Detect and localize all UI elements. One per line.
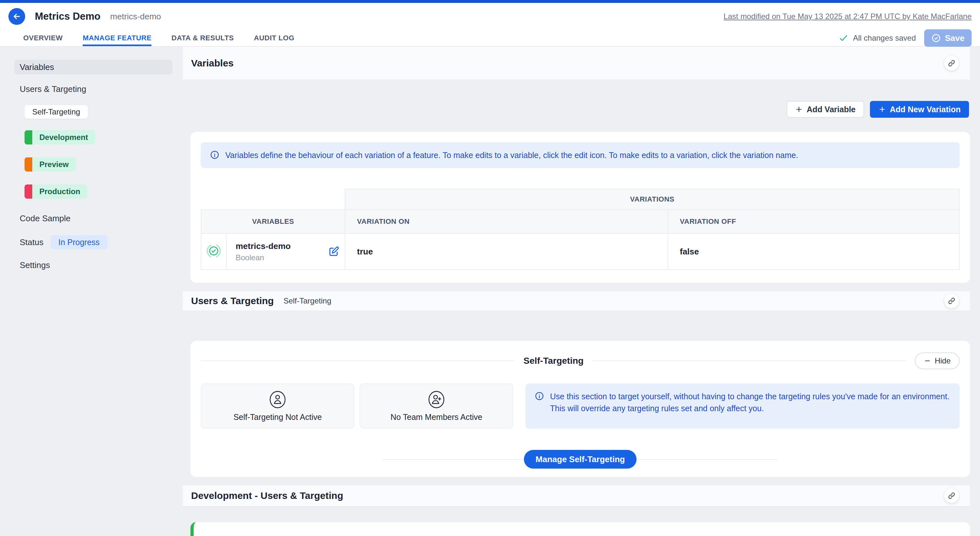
users-targeting-section-header: Users & Targeting Self-Targeting bbox=[183, 291, 970, 311]
page-title: Metrics Demo bbox=[35, 11, 100, 22]
sidebar-item-env-development[interactable]: Development bbox=[24, 130, 95, 144]
top-accent-bar bbox=[0, 0, 980, 3]
development-color-swatch bbox=[24, 130, 32, 144]
minus-icon bbox=[924, 357, 931, 365]
tab-audit-log[interactable]: AUDIT LOG bbox=[254, 30, 295, 46]
preview-color-swatch bbox=[24, 157, 32, 171]
production-label: Production bbox=[32, 184, 88, 199]
save-button-label: Save bbox=[945, 33, 964, 43]
users-targeting-permalink-button[interactable] bbox=[944, 293, 959, 308]
team-members-status-card: No Team Members Active bbox=[360, 384, 513, 428]
check-icon bbox=[838, 33, 848, 43]
variable-name[interactable]: metrics-demo bbox=[235, 241, 291, 251]
users-targeting-title: Users & Targeting bbox=[191, 295, 274, 306]
info-icon bbox=[535, 390, 544, 401]
save-button[interactable]: Save bbox=[924, 29, 972, 47]
hide-self-targeting-button[interactable]: Hide bbox=[915, 352, 960, 369]
sidebar-item-status[interactable]: Status bbox=[20, 237, 44, 247]
variation-on-value: true bbox=[345, 233, 668, 270]
sidebar-item-code-sample[interactable]: Code Sample bbox=[20, 214, 183, 224]
info-icon bbox=[210, 149, 220, 160]
edit-pencil-icon bbox=[328, 246, 340, 257]
back-arrow-icon bbox=[12, 12, 21, 21]
self-targeting-status-label: Self-Targeting Not Active bbox=[233, 412, 322, 422]
team-members-status-label: No Team Members Active bbox=[391, 412, 482, 422]
development-label: Development bbox=[32, 130, 95, 144]
sidebar-item-settings[interactable]: Settings bbox=[20, 260, 183, 270]
link-icon bbox=[948, 492, 956, 500]
variables-card: Variables define the behaviour of each v… bbox=[191, 132, 970, 283]
variables-info-text: Variables define the behaviour of each v… bbox=[225, 149, 798, 161]
column-header-variables: VARIABLES bbox=[201, 209, 345, 233]
add-new-variation-button[interactable]: Add New Variation bbox=[870, 101, 969, 118]
plus-icon bbox=[795, 105, 803, 113]
sidebar-item-users-targeting[interactable]: Users & Targeting bbox=[20, 84, 183, 94]
self-targeting-card-title: Self-Targeting bbox=[514, 356, 593, 366]
circle-check-icon bbox=[931, 33, 941, 43]
divider bbox=[201, 360, 514, 361]
variables-permalink-button[interactable] bbox=[944, 56, 959, 71]
variables-section-title: Variables bbox=[191, 58, 234, 69]
person-plus-icon bbox=[428, 390, 445, 409]
divider bbox=[593, 360, 907, 361]
tab-data-results[interactable]: DATA & RESULTS bbox=[172, 30, 234, 46]
status-badge[interactable]: In Progress bbox=[51, 235, 108, 249]
app-header: Metrics Demo metrics-demo Last modified … bbox=[0, 3, 980, 30]
development-permalink-button[interactable] bbox=[944, 488, 959, 503]
table-row: metrics-demo Boolean true false bbox=[201, 233, 959, 270]
development-section-title: Development - Users & Targeting bbox=[191, 490, 343, 501]
variables-table: VARIATIONS VARIABLES VARIATION ON VARIAT… bbox=[201, 189, 960, 270]
save-status: All changes saved bbox=[838, 33, 916, 43]
variable-active-icon bbox=[206, 244, 221, 258]
column-header-variation-on: VARIATION ON bbox=[345, 209, 668, 233]
variable-type: Boolean bbox=[235, 253, 291, 262]
section-sidebar: Variables Users & Targeting Self-Targeti… bbox=[0, 47, 183, 536]
self-targeting-info-text: Use this section to target yourself, wit… bbox=[550, 390, 951, 414]
users-targeting-subtitle: Self-Targeting bbox=[283, 297, 331, 305]
production-color-swatch bbox=[24, 184, 32, 199]
sidebar-item-env-production[interactable]: Production bbox=[24, 184, 88, 199]
sidebar-item-self-targeting[interactable]: Self-Targeting bbox=[24, 105, 88, 119]
manage-self-targeting-button[interactable]: Manage Self-Targeting bbox=[524, 450, 636, 469]
add-variable-label: Add Variable bbox=[807, 105, 855, 114]
person-icon bbox=[269, 390, 286, 409]
self-targeting-info-banner: Use this section to target yourself, wit… bbox=[525, 384, 960, 428]
save-status-label: All changes saved bbox=[853, 33, 916, 43]
variation-off-value: false bbox=[668, 233, 959, 270]
tab-bar: OVERVIEW MANAGE FEATURE DATA & RESULTS A… bbox=[0, 30, 980, 47]
edit-variable-button[interactable] bbox=[327, 244, 341, 258]
development-targeting-card: Targeting ON Use targeting rules to conf… bbox=[191, 522, 970, 536]
sidebar-item-env-preview[interactable]: Preview bbox=[24, 157, 76, 171]
link-icon bbox=[948, 59, 956, 67]
feature-key: metrics-demo bbox=[110, 12, 161, 22]
variables-section-header: Variables bbox=[183, 47, 970, 80]
back-button[interactable] bbox=[8, 8, 25, 25]
hide-button-label: Hide bbox=[935, 356, 951, 365]
development-section-header: Development - Users & Targeting bbox=[183, 485, 970, 507]
tab-overview[interactable]: OVERVIEW bbox=[23, 30, 63, 46]
plus-icon bbox=[878, 105, 886, 113]
column-header-variation-off: VARIATION OFF bbox=[668, 209, 959, 233]
self-targeting-card: Self-Targeting Hide Self-Target bbox=[191, 341, 970, 477]
self-targeting-status-card: Self-Targeting Not Active bbox=[201, 384, 355, 428]
add-new-variation-label: Add New Variation bbox=[890, 105, 961, 114]
link-icon bbox=[948, 297, 956, 305]
variations-group-header: VARIATIONS bbox=[345, 189, 959, 209]
last-modified-text[interactable]: Last modified on Tue May 13 2025 at 2:47… bbox=[724, 12, 972, 21]
sidebar-item-variables[interactable]: Variables bbox=[14, 60, 172, 75]
main-content: Variables Add Variable Add New Variation bbox=[183, 47, 970, 536]
variables-info-banner: Variables define the behaviour of each v… bbox=[201, 142, 960, 168]
add-variable-button[interactable]: Add Variable bbox=[787, 101, 864, 118]
tab-manage-feature[interactable]: MANAGE FEATURE bbox=[83, 30, 151, 46]
preview-label: Preview bbox=[32, 157, 76, 171]
